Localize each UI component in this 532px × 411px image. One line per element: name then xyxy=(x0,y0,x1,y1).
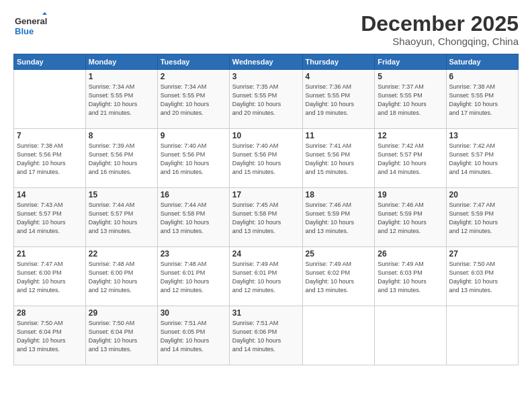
cell-w0-d0 xyxy=(14,70,86,129)
cell-w1-d4: 11Sunrise: 7:41 AM Sunset: 5:56 PM Dayli… xyxy=(302,129,375,188)
week-row-2: 14Sunrise: 7:43 AM Sunset: 5:57 PM Dayli… xyxy=(14,188,519,247)
calendar-header: Sunday Monday Tuesday Wednesday Thursday… xyxy=(14,54,519,70)
cell-w4-d4 xyxy=(302,306,375,365)
day-info: Sunrise: 7:46 AM Sunset: 5:59 PM Dayligh… xyxy=(306,201,372,236)
day-info: Sunrise: 7:47 AM Sunset: 5:59 PM Dayligh… xyxy=(449,201,515,236)
svg-text:Blue: Blue xyxy=(15,26,34,36)
day-number: 30 xyxy=(161,308,226,318)
day-info: Sunrise: 7:34 AM Sunset: 5:55 PM Dayligh… xyxy=(161,83,226,118)
svg-marker-2 xyxy=(42,12,47,15)
cell-w0-d2: 2Sunrise: 7:34 AM Sunset: 5:55 PM Daylig… xyxy=(157,70,229,129)
day-number: 22 xyxy=(89,249,154,259)
day-number: 25 xyxy=(306,249,372,259)
day-info: Sunrise: 7:48 AM Sunset: 6:00 PM Dayligh… xyxy=(89,260,154,295)
day-number: 10 xyxy=(232,131,300,140)
col-saturday: Saturday xyxy=(446,54,518,70)
day-number: 2 xyxy=(161,72,226,81)
day-number: 15 xyxy=(89,190,154,199)
day-info: Sunrise: 7:45 AM Sunset: 5:58 PM Dayligh… xyxy=(232,201,300,236)
day-number: 18 xyxy=(306,190,372,199)
cell-w3-d3: 24Sunrise: 7:49 AM Sunset: 6:01 PM Dayli… xyxy=(229,247,302,306)
header-row-days: Sunday Monday Tuesday Wednesday Thursday… xyxy=(14,54,519,70)
logo: General Blue xyxy=(13,12,47,39)
cell-w4-d0: 28Sunrise: 7:50 AM Sunset: 6:04 PM Dayli… xyxy=(14,306,86,365)
day-info: Sunrise: 7:44 AM Sunset: 5:57 PM Dayligh… xyxy=(89,201,154,236)
day-number: 28 xyxy=(17,308,83,318)
cell-w0-d4: 4Sunrise: 7:36 AM Sunset: 5:55 PM Daylig… xyxy=(302,70,375,129)
svg-text:General: General xyxy=(15,16,47,26)
calendar-table: Sunday Monday Tuesday Wednesday Thursday… xyxy=(13,54,519,365)
day-info: Sunrise: 7:37 AM Sunset: 5:55 PM Dayligh… xyxy=(378,83,443,118)
cell-w1-d3: 10Sunrise: 7:40 AM Sunset: 5:56 PM Dayli… xyxy=(229,129,302,188)
day-info: Sunrise: 7:40 AM Sunset: 5:56 PM Dayligh… xyxy=(161,142,226,177)
col-friday: Friday xyxy=(375,54,446,70)
cell-w2-d0: 14Sunrise: 7:43 AM Sunset: 5:57 PM Dayli… xyxy=(14,188,86,247)
cell-w4-d2: 30Sunrise: 7:51 AM Sunset: 6:05 PM Dayli… xyxy=(157,306,229,365)
page-container: General Blue December 2025 Shaoyun, Chon… xyxy=(0,0,532,372)
cell-w2-d2: 16Sunrise: 7:44 AM Sunset: 5:58 PM Dayli… xyxy=(157,188,229,247)
cell-w0-d6: 6Sunrise: 7:38 AM Sunset: 5:55 PM Daylig… xyxy=(446,70,518,129)
cell-w1-d0: 7Sunrise: 7:38 AM Sunset: 5:56 PM Daylig… xyxy=(14,129,86,188)
cell-w1-d5: 12Sunrise: 7:42 AM Sunset: 5:57 PM Dayli… xyxy=(375,129,446,188)
cell-w2-d3: 17Sunrise: 7:45 AM Sunset: 5:58 PM Dayli… xyxy=(229,188,302,247)
day-number: 23 xyxy=(161,249,226,259)
day-number: 3 xyxy=(232,72,300,81)
cell-w1-d6: 13Sunrise: 7:42 AM Sunset: 5:57 PM Dayli… xyxy=(446,129,518,188)
day-number: 1 xyxy=(89,72,154,81)
day-number: 16 xyxy=(161,190,226,199)
col-tuesday: Tuesday xyxy=(157,54,229,70)
day-info: Sunrise: 7:49 AM Sunset: 6:02 PM Dayligh… xyxy=(306,260,372,295)
day-number: 14 xyxy=(17,190,83,199)
day-info: Sunrise: 7:44 AM Sunset: 5:58 PM Dayligh… xyxy=(161,201,226,236)
day-info: Sunrise: 7:43 AM Sunset: 5:57 PM Dayligh… xyxy=(17,201,83,236)
location-subtitle: Shaoyun, Chongqing, China xyxy=(361,36,519,47)
cell-w0-d3: 3Sunrise: 7:35 AM Sunset: 5:55 PM Daylig… xyxy=(229,70,302,129)
day-info: Sunrise: 7:49 AM Sunset: 6:01 PM Dayligh… xyxy=(232,260,300,295)
header-row: General Blue December 2025 Shaoyun, Chon… xyxy=(13,12,519,47)
day-info: Sunrise: 7:36 AM Sunset: 5:55 PM Dayligh… xyxy=(306,83,372,118)
col-sunday: Sunday xyxy=(14,54,86,70)
cell-w1-d2: 9Sunrise: 7:40 AM Sunset: 5:56 PM Daylig… xyxy=(157,129,229,188)
day-info: Sunrise: 7:34 AM Sunset: 5:55 PM Dayligh… xyxy=(89,83,154,118)
day-number: 7 xyxy=(17,131,83,140)
day-number: 19 xyxy=(378,190,443,199)
day-number: 21 xyxy=(17,249,83,259)
day-info: Sunrise: 7:42 AM Sunset: 5:57 PM Dayligh… xyxy=(378,142,443,177)
cell-w3-d5: 26Sunrise: 7:49 AM Sunset: 6:03 PM Dayli… xyxy=(375,247,446,306)
day-info: Sunrise: 7:47 AM Sunset: 6:00 PM Dayligh… xyxy=(17,260,83,295)
week-row-3: 21Sunrise: 7:47 AM Sunset: 6:00 PM Dayli… xyxy=(14,247,519,306)
cell-w2-d4: 18Sunrise: 7:46 AM Sunset: 5:59 PM Dayli… xyxy=(302,188,375,247)
day-info: Sunrise: 7:41 AM Sunset: 5:56 PM Dayligh… xyxy=(306,142,372,177)
day-info: Sunrise: 7:35 AM Sunset: 5:55 PM Dayligh… xyxy=(232,83,300,118)
day-info: Sunrise: 7:46 AM Sunset: 5:59 PM Dayligh… xyxy=(378,201,443,236)
day-info: Sunrise: 7:38 AM Sunset: 5:55 PM Dayligh… xyxy=(449,83,515,118)
cell-w4-d5 xyxy=(375,306,446,365)
day-number: 17 xyxy=(232,190,300,199)
week-row-1: 7Sunrise: 7:38 AM Sunset: 5:56 PM Daylig… xyxy=(14,129,519,188)
day-number: 24 xyxy=(232,249,300,259)
cell-w3-d1: 22Sunrise: 7:48 AM Sunset: 6:00 PM Dayli… xyxy=(85,247,157,306)
cell-w3-d0: 21Sunrise: 7:47 AM Sunset: 6:00 PM Dayli… xyxy=(14,247,86,306)
cell-w4-d6 xyxy=(446,306,518,365)
day-number: 5 xyxy=(378,72,443,81)
day-number: 9 xyxy=(161,131,226,140)
day-info: Sunrise: 7:40 AM Sunset: 5:56 PM Dayligh… xyxy=(232,142,300,177)
cell-w3-d6: 27Sunrise: 7:50 AM Sunset: 6:03 PM Dayli… xyxy=(446,247,518,306)
cell-w2-d6: 20Sunrise: 7:47 AM Sunset: 5:59 PM Dayli… xyxy=(446,188,518,247)
day-number: 4 xyxy=(306,72,372,81)
cell-w1-d1: 8Sunrise: 7:39 AM Sunset: 5:56 PM Daylig… xyxy=(85,129,157,188)
cell-w2-d5: 19Sunrise: 7:46 AM Sunset: 5:59 PM Dayli… xyxy=(375,188,446,247)
day-number: 27 xyxy=(449,249,515,259)
cell-w4-d1: 29Sunrise: 7:50 AM Sunset: 6:04 PM Dayli… xyxy=(85,306,157,365)
title-block: December 2025 Shaoyun, Chongqing, China xyxy=(361,12,519,47)
month-title: December 2025 xyxy=(361,12,519,36)
day-number: 8 xyxy=(89,131,154,140)
logo-svg: General Blue xyxy=(13,12,47,39)
day-info: Sunrise: 7:38 AM Sunset: 5:56 PM Dayligh… xyxy=(17,142,83,177)
day-info: Sunrise: 7:49 AM Sunset: 6:03 PM Dayligh… xyxy=(378,260,443,295)
day-number: 13 xyxy=(449,131,515,140)
day-number: 31 xyxy=(232,308,300,318)
cell-w2-d1: 15Sunrise: 7:44 AM Sunset: 5:57 PM Dayli… xyxy=(85,188,157,247)
col-wednesday: Wednesday xyxy=(229,54,302,70)
day-number: 12 xyxy=(378,131,443,140)
